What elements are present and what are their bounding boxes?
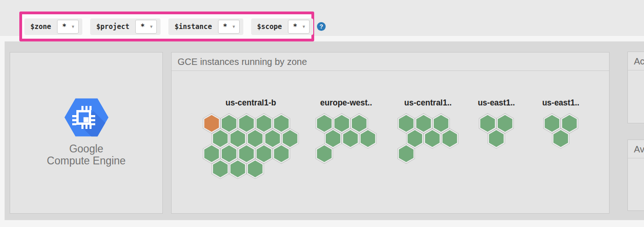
gce-logo-text-line2: Compute Engine	[10, 155, 162, 167]
chevron-down-icon: ▼	[232, 20, 236, 34]
variable-instance-label: $instance	[174, 23, 212, 31]
hex-cluster-label: us-central1-b	[225, 98, 276, 107]
variable-project: $project * ▼	[90, 18, 161, 35]
annotation-highlight-box: $zone * ▼ $project * ▼ $instance * ▼ $sc…	[19, 12, 314, 41]
chevron-down-icon: ▼	[302, 20, 306, 34]
hexagon-grid: us-central1-beurope-west..us-central1..u…	[172, 71, 609, 213]
variable-instance: $instance * ▼	[168, 18, 243, 35]
variable-zone: $zone * ▼	[24, 18, 82, 35]
hex-cluster-label: us-east1..	[478, 98, 515, 107]
panel-gce-instances: GCE instances running by zone us-central…	[171, 52, 610, 214]
panel-title-right-bottom[interactable]: Av	[628, 140, 644, 158]
variable-instance-dropdown[interactable]: * ▼	[218, 20, 240, 34]
panel-gce-logo: Google Compute Engine	[10, 52, 163, 214]
hex-cluster-us-central1..[interactable]: us-central1..	[397, 98, 459, 164]
hex-cluster-label: europe-west..	[320, 98, 372, 107]
chevron-down-icon: ▼	[149, 20, 153, 34]
hex-cluster-label: us-central1..	[404, 98, 452, 107]
panel-title-gce-instances[interactable]: GCE instances running by zone	[172, 52, 609, 71]
variable-instance-value: *	[223, 20, 227, 34]
variable-scope-value: *	[293, 20, 297, 34]
hexagon-chip-icon	[64, 98, 109, 137]
panel-title-right-top[interactable]: Ac	[628, 52, 644, 70]
hex-cluster-us-central1-b[interactable]: us-central1-b	[203, 98, 299, 179]
variable-zone-dropdown[interactable]: * ▼	[57, 20, 79, 34]
variable-scope-dropdown[interactable]: * ▼	[288, 20, 310, 34]
variable-zone-value: *	[62, 20, 66, 34]
variable-scope: $scope * ▼	[251, 18, 313, 35]
help-icon[interactable]: ?	[317, 22, 326, 31]
variable-zone-label: $zone	[30, 23, 51, 31]
gce-logo: Google Compute Engine	[10, 98, 162, 167]
chevron-down-icon: ▼	[71, 20, 75, 34]
panel-right-bottom: Av	[627, 140, 644, 211]
hex-cluster-us-east1..[interactable]: us-east1..	[478, 98, 515, 149]
hex-cluster-label: us-east1..	[542, 98, 580, 107]
panel-right-top: Ac	[627, 52, 644, 123]
variable-project-label: $project	[96, 23, 129, 31]
hex-cluster-europe-west..[interactable]: europe-west..	[316, 98, 377, 164]
gce-logo-text-line1: Google	[10, 143, 162, 155]
variable-scope-label: $scope	[257, 23, 282, 31]
variable-project-value: *	[140, 20, 144, 34]
variable-project-dropdown[interactable]: * ▼	[135, 20, 157, 34]
hex-cluster-us-east1..[interactable]: us-east1..	[542, 98, 580, 149]
